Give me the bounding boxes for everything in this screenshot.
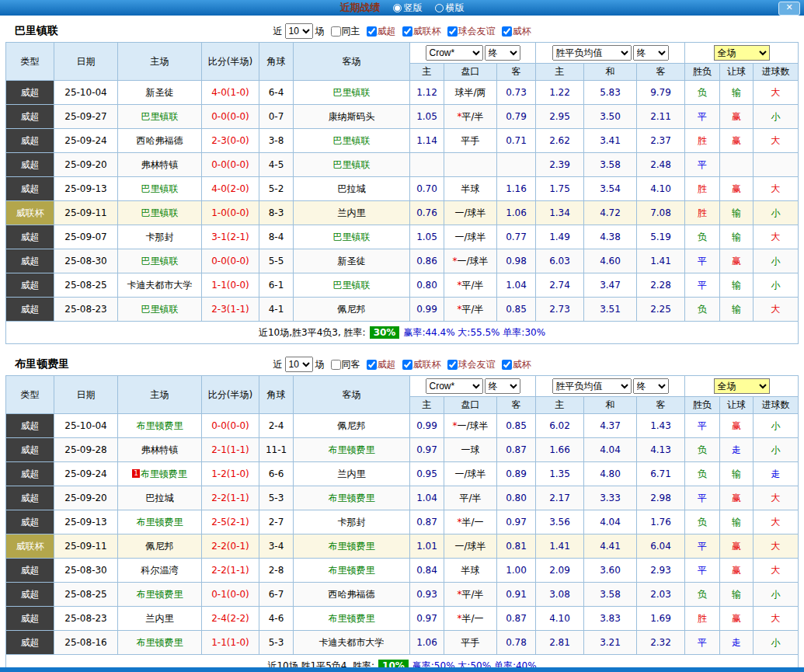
corner-cell: 8-4 <box>259 225 294 249</box>
ah-away-odds: 1.06 <box>497 201 536 225</box>
away-team-cell: 新圣徒 <box>294 249 410 273</box>
date-cell: 25-09-11 <box>54 534 118 559</box>
col-eu-draw: 和 <box>584 397 637 414</box>
same-venue-checkbox[interactable]: 同主 <box>331 25 360 38</box>
same-venue-checkbox-input[interactable] <box>331 26 341 37</box>
match-count-select[interactable]: 10 <box>285 357 313 372</box>
match-row: 威超25-10-04布里顿费里0-0(0-0)2-4佩尼邦0.99*一/球半0.… <box>6 414 799 438</box>
match-row: 威联杯25-09-11佩尼邦2-2(0-1)3-4布里顿费里1.01一/球半0.… <box>6 534 799 559</box>
league-type-cell: 威超 <box>6 129 54 153</box>
final-odds-select-2[interactable]: 终 <box>633 45 669 61</box>
ah-home-odds: 1.12 <box>410 81 444 105</box>
league-checkbox-4[interactable]: 威杯 <box>502 358 531 371</box>
avg-odds-select[interactable]: 胜平负均值 <box>552 45 632 61</box>
league-checkbox-1-input[interactable] <box>367 26 377 37</box>
goals-result-cell: 大 <box>754 177 799 201</box>
match-scope-select[interactable]: 全场 <box>714 378 770 394</box>
ah-line-cell: *平/半 <box>444 583 497 607</box>
filter-recent-label: 近 <box>273 358 283 371</box>
goals-result-cell: 走 <box>754 462 799 486</box>
ah-home-odds: 1.14 <box>410 129 444 153</box>
eu-draw-odds: 3.60 <box>584 559 637 583</box>
league-label: 球会友谊 <box>458 25 496 38</box>
col-goals: 进球数 <box>754 397 799 414</box>
corner-cell: 6-1 <box>259 273 294 298</box>
handicap-result-cell: 赢 <box>720 486 754 510</box>
final-odds-select[interactable]: 终 <box>485 378 520 394</box>
same-venue-checkbox-input[interactable] <box>331 360 341 370</box>
away-team-cell: 卡那封 <box>294 510 410 534</box>
league-type-cell: 威超 <box>6 462 54 486</box>
scope-header: 全场 <box>685 43 799 64</box>
goals-result-cell: 小 <box>754 414 799 438</box>
score-cell: 3-1(2-1) <box>202 225 259 249</box>
filter-games-label: 场 <box>315 358 325 371</box>
league-type-cell: 威超 <box>6 607 54 631</box>
same-venue-checkbox[interactable]: 同客 <box>331 358 360 371</box>
league-checkbox-1[interactable]: 威超 <box>367 25 396 38</box>
league-checkbox-3[interactable]: 球会友谊 <box>447 25 496 38</box>
final-odds-select-2[interactable]: 终 <box>633 378 669 394</box>
league-checkbox-4[interactable]: 威杯 <box>502 25 531 38</box>
ah-away-odds: 0.78 <box>497 631 536 655</box>
goals-result-cell <box>754 153 799 177</box>
away-team-cell: 布里顿费里 <box>294 534 410 559</box>
league-checkbox-2[interactable]: 威联杯 <box>402 358 441 371</box>
final-odds-select[interactable]: 终 <box>485 45 520 61</box>
ah-away-odds: 0.77 <box>497 225 536 249</box>
goals-result-cell: 小 <box>754 105 799 129</box>
col-eu-home: 主 <box>536 64 584 81</box>
company-select[interactable]: Crow* <box>426 378 483 394</box>
eu-draw-odds: 4.60 <box>584 249 637 273</box>
league-checkbox-2-input[interactable] <box>402 360 412 370</box>
score-cell: 4-0(2-0) <box>202 177 259 201</box>
col-eu-home: 主 <box>536 397 584 414</box>
score-cell: 2-5(2-1) <box>202 510 259 534</box>
league-checkbox-4-input[interactable] <box>502 26 512 37</box>
col-result: 胜负 <box>685 397 720 414</box>
league-checkbox-2[interactable]: 威联杯 <box>402 25 441 38</box>
match-scope-select[interactable]: 全场 <box>714 45 770 61</box>
col-corner: 角球 <box>259 376 294 414</box>
ah-line-cell: 半球 <box>444 559 497 583</box>
away-team-cell: 佩尼邦 <box>294 298 410 322</box>
league-type-cell: 威超 <box>6 177 54 201</box>
league-checkbox-1-input[interactable] <box>367 360 377 370</box>
summary-stats: 赢率:44.4% 大:55.5% 单率:30% <box>403 327 545 338</box>
eu-away-odds: 2.98 <box>637 486 685 510</box>
date-cell: 25-09-20 <box>54 486 118 510</box>
close-icon[interactable]: ✕ <box>778 2 800 16</box>
eu-home-odds: 1.22 <box>536 81 584 105</box>
handicap-result-cell: 赢 <box>720 129 754 153</box>
ah-away-odds: 0.80 <box>497 486 536 510</box>
ah-line-cell: 一/球半 <box>444 534 497 559</box>
avg-odds-select[interactable]: 胜平负均值 <box>552 378 632 394</box>
date-cell: 25-08-30 <box>54 249 118 273</box>
eu-away-odds: 2.32 <box>637 631 685 655</box>
eu-home-odds: 6.02 <box>536 414 584 438</box>
league-checkbox-3-input[interactable] <box>447 360 458 370</box>
league-checkbox-4-input[interactable] <box>502 360 512 370</box>
league-checkbox-3-input[interactable] <box>447 26 458 37</box>
match-row: 威超25-09-07卡那封3-1(2-1)8-4巴里镇联1.05一/球半0.77… <box>6 225 799 249</box>
ah-away-odds: 0.87 <box>497 607 536 631</box>
score-cell: 2-3(1-1) <box>202 298 259 322</box>
eu-home-odds: 1.66 <box>536 438 584 462</box>
home-team-cell: 科尔温湾 <box>118 559 202 583</box>
score-cell: 2-2(0-1) <box>202 534 259 559</box>
handicap-result-cell: 赢 <box>720 414 754 438</box>
col-ah-home: 主 <box>410 64 444 81</box>
league-checkbox-1[interactable]: 威超 <box>367 358 396 371</box>
league-checkbox-2-input[interactable] <box>402 26 412 37</box>
ah-line-cell: *平/半 <box>444 298 497 322</box>
company-select[interactable]: Crow* <box>426 45 483 61</box>
league-checkbox-3[interactable]: 球会友谊 <box>447 358 496 371</box>
match-count-select[interactable]: 10 <box>285 23 313 39</box>
ah-away-odds: 0.98 <box>497 249 536 273</box>
home-team-cell: 布里顿费里 <box>118 414 202 438</box>
layout-radio-horizontal[interactable]: 横版 <box>435 2 465 15</box>
ah-line-cell: 一/球半 <box>444 462 497 486</box>
league-type-cell: 威超 <box>6 81 54 105</box>
filter-bar: 近 10 场 同主 威超 威联杯 球会友谊 威杯 <box>273 23 531 39</box>
layout-radio-vertical[interactable]: 竖版 <box>393 2 423 15</box>
